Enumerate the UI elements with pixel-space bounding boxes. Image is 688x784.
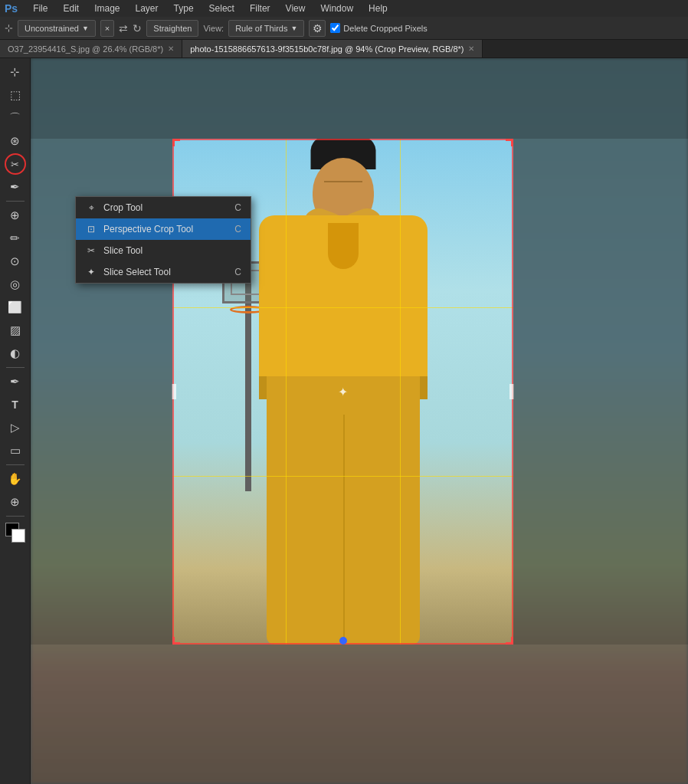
left-toolbar: ⊹ ⬚ ⌒ ⊛ ✂ ✒ ⊕ ✏ ⊙ ◎ ⬜ ▨ ◐ ✒ T ▷ ▭ ✋ ⊕ [0, 58, 31, 784]
menu-help[interactable]: Help [365, 2, 391, 15]
hand-btn[interactable]: ✋ [5, 468, 26, 490]
view-label: View: [203, 24, 224, 33]
menu-edit[interactable]: Edit [60, 2, 82, 15]
side-handle-right[interactable] [509, 384, 514, 399]
menu-bar: Ps File Edit Image Layer Type Select Fil… [0, 0, 688, 17]
ctx-slice-select-tool[interactable]: ✦ Slice Select Tool C [76, 261, 251, 283]
eyedropper-btn[interactable]: ✒ [5, 176, 26, 198]
move-tool-btn[interactable]: ⊹ [5, 61, 26, 83]
menu-view[interactable]: View [283, 2, 309, 15]
tabs-bar: O37_23954416_S.jpg @ 26.4% (RGB/8*) ✕ ph… [0, 40, 688, 58]
shape-btn[interactable]: ▭ [5, 440, 26, 461]
brush-btn[interactable]: ✏ [5, 228, 26, 249]
ratio-dropdown[interactable]: Unconstrained ▼ [18, 20, 96, 37]
pen-btn[interactable]: ✒ [5, 371, 26, 392]
canvas-area: ✦ ⌖ Crop Tool C [31, 58, 688, 784]
tab-1[interactable]: photo-1515886657613-9f3515b0c78f.jpg @ 9… [182, 40, 483, 57]
delete-pixels-checkbox-label[interactable]: Delete Cropped Pixels [330, 23, 427, 33]
ctx-perspective-icon: ⊡ [85, 223, 97, 235]
ctx-crop-tool[interactable]: ⌖ Crop Tool C [76, 197, 251, 218]
menu-image[interactable]: Image [91, 2, 123, 15]
tool-separator-3 [6, 464, 25, 465]
ctx-crop-icon: ⌖ [85, 202, 97, 214]
crop-bottom-indicator [339, 637, 347, 645]
zoom-btn[interactable]: ⊕ [5, 491, 26, 513]
tab-0[interactable]: O37_23954416_S.jpg @ 26.4% (RGB/8*) ✕ [0, 40, 182, 57]
gradient-btn[interactable]: ▨ [5, 320, 26, 341]
delete-pixels-checkbox[interactable] [330, 23, 340, 33]
tab-0-close[interactable]: ✕ [168, 44, 174, 53]
ctx-perspective-crop-tool[interactable]: ⊡ Perspective Crop Tool C [76, 218, 251, 240]
background-color[interactable] [11, 529, 25, 543]
rotate-icon[interactable]: ↻ [133, 22, 142, 34]
view-dropdown[interactable]: Rule of Thirds ▼ [228, 20, 304, 37]
ratio-close-btn[interactable]: × [100, 20, 114, 37]
corner-handle-bl[interactable] [172, 637, 180, 645]
ctx-slice-select-label: Slice Select Tool [103, 267, 228, 277]
path-select-btn[interactable]: ▷ [5, 417, 26, 438]
menu-type[interactable]: Type [171, 2, 197, 15]
corner-handle-tr[interactable] [506, 139, 513, 146]
crop-settings-button[interactable]: ⚙ [309, 20, 326, 37]
dodge-btn[interactable]: ◐ [5, 343, 26, 364]
clone-btn[interactable]: ⊙ [5, 251, 26, 272]
main-content: ⊹ ⬚ ⌒ ⊛ ✂ ✒ ⊕ ✏ ⊙ ◎ ⬜ ▨ ◐ ✒ T ▷ ▭ ✋ ⊕ [0, 58, 688, 784]
color-swatch[interactable] [5, 523, 25, 543]
ctx-perspective-shortcut: C [234, 224, 241, 235]
straighten-button[interactable]: Straighten [146, 20, 198, 37]
menu-window[interactable]: Window [317, 2, 356, 15]
ctx-perspective-label: Perspective Crop Tool [103, 224, 228, 235]
corner-handle-br[interactable] [506, 637, 513, 645]
context-menu: ⌖ Crop Tool C ⊡ Perspective Crop Tool C … [75, 196, 251, 284]
eraser-btn[interactable]: ⬜ [5, 297, 26, 318]
menu-file[interactable]: File [30, 2, 51, 15]
ctx-slice-icon: ✂ [85, 244, 97, 257]
type-btn[interactable]: T [5, 394, 26, 415]
crop-tool-btn[interactable]: ✂ [5, 153, 26, 175]
quick-select-btn[interactable]: ⊛ [5, 130, 26, 152]
tool-separator-2 [6, 367, 25, 368]
swap-icon: ⇄ [119, 22, 128, 34]
ctx-slice-label: Slice Tool [103, 245, 235, 256]
toolbar-move-icon: ⊹ [5, 22, 13, 34]
options-toolbar: ⊹ Unconstrained ▼ × ⇄ ↻ Straighten View:… [0, 17, 688, 40]
side-handle-left[interactable] [172, 384, 176, 399]
corner-handle-tl[interactable] [172, 139, 180, 146]
menu-filter[interactable]: Filter [247, 2, 274, 15]
tool-separator-1 [6, 201, 25, 202]
ctx-slice-select-shortcut: C [234, 267, 241, 277]
ctx-slice-tool[interactable]: ✂ Slice Tool [76, 240, 251, 261]
app-logo: Ps [5, 2, 18, 15]
marquee-tool-btn[interactable]: ⬚ [5, 84, 26, 106]
ctx-crop-shortcut: C [234, 202, 241, 213]
menu-layer[interactable]: Layer [133, 2, 162, 15]
ctx-crop-label: Crop Tool [103, 202, 228, 213]
tool-separator-4 [6, 516, 25, 517]
tab-1-close[interactable]: ✕ [468, 44, 474, 53]
history-btn[interactable]: ◎ [5, 274, 26, 295]
healing-btn[interactable]: ⊕ [5, 205, 26, 226]
ctx-slice-select-icon: ✦ [85, 266, 97, 278]
menu-select[interactable]: Select [206, 2, 238, 15]
lasso-tool-btn[interactable]: ⌒ [5, 107, 26, 129]
